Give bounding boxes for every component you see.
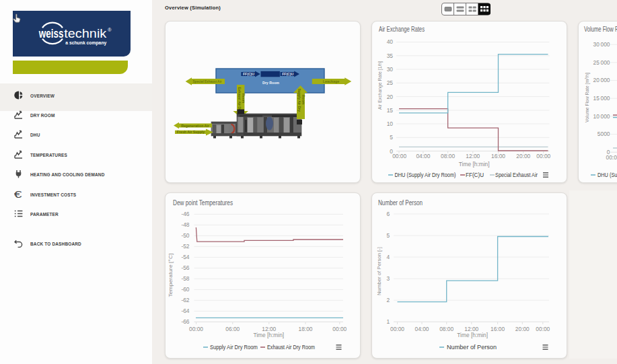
svg-text:DHU (Supply Air Dry Room): DHU (Supply Air Dry Room) <box>597 172 617 178</box>
svg-text:FF(C)U: FF(C)U <box>466 172 484 178</box>
svg-text:Number of Person: Number of Person <box>378 198 423 207</box>
svg-text:Exhaust Air Dry: Exhaust Air Dry <box>238 87 242 113</box>
svg-text:a schunk company: a schunk company <box>65 40 106 46</box>
svg-text:-64: -64 <box>181 307 189 314</box>
svg-text:Time [h:min]: Time [h:min] <box>459 161 490 168</box>
svg-text:10: 10 <box>387 120 394 127</box>
svg-text:Exhaust Air Dry Room: Exhaust Air Dry Room <box>267 344 315 351</box>
svg-text:FF(C)U: FF(C)U <box>243 72 254 76</box>
svg-text:Leackage: Leackage <box>323 79 340 83</box>
svg-text:-50: -50 <box>181 232 189 239</box>
svg-text:Volume Flow Rates: Volume Flow Rates <box>584 25 617 33</box>
svg-text:2: 2 <box>387 297 390 303</box>
svg-text:Special Exhaust Air: Special Exhaust Air <box>495 172 538 178</box>
svg-text:15 000: 15 000 <box>593 95 610 102</box>
svg-text:Regeneration Air: Regeneration Air <box>181 124 209 128</box>
svg-text:Volume Flow Rate [m³/h]: Volume Flow Rate [m³/h] <box>584 73 590 122</box>
svg-text:5: 5 <box>390 134 393 141</box>
svg-text:4: 4 <box>387 254 390 260</box>
svg-text:25: 25 <box>387 79 394 86</box>
svg-text:15: 15 <box>387 107 394 114</box>
svg-text:-48: -48 <box>181 221 189 228</box>
svg-text:06:00: 06:00 <box>225 326 240 332</box>
svg-text:Room: Room <box>301 95 305 105</box>
svg-text:20 000: 20 000 <box>593 77 610 83</box>
svg-text:€: € <box>14 190 22 198</box>
svg-text:Supply Air Dry: Supply Air Dry <box>297 89 301 112</box>
svg-text:-52: -52 <box>181 243 189 250</box>
svg-text:®: ® <box>108 27 112 33</box>
svg-text:Time [h:min]: Time [h:min] <box>457 332 488 338</box>
svg-text:00:00: 00:00 <box>606 154 617 161</box>
svg-text:-62: -62 <box>181 297 189 303</box>
svg-text:-66: -66 <box>181 318 189 325</box>
svg-text:Fresh Air Supply: Fresh Air Supply <box>177 130 205 134</box>
svg-text:Air Exchange Rate [1/h]: Air Exchange Rate [1/h] <box>377 61 383 110</box>
svg-text:Number of Person: Number of Person <box>447 344 497 351</box>
svg-text:-58: -58 <box>181 275 189 282</box>
svg-text:Air Exchange Rates: Air Exchange Rates <box>379 25 425 33</box>
svg-text:DHU (Supply Air Dry Room): DHU (Supply Air Dry Room) <box>395 172 456 178</box>
svg-text:-54: -54 <box>181 254 189 260</box>
svg-text:00:00: 00:00 <box>392 153 406 159</box>
svg-text:18:00: 18:00 <box>299 326 313 332</box>
svg-text:00:00: 00:00 <box>536 153 550 159</box>
svg-text:FF(C)U: FF(C)U <box>282 72 293 76</box>
svg-text:5: 5 <box>387 232 390 239</box>
svg-text:04:00: 04:00 <box>416 153 430 159</box>
svg-text:08:00: 08:00 <box>441 153 455 159</box>
svg-text:20: 20 <box>387 94 394 100</box>
svg-text:Supply Air Dry Room: Supply Air Dry Room <box>210 344 258 351</box>
svg-text:-56: -56 <box>181 264 189 271</box>
svg-text:20:00: 20:00 <box>516 153 530 159</box>
svg-text:00:00: 00:00 <box>390 326 404 332</box>
svg-text:Special Exhaust Air: Special Exhaust Air <box>193 79 223 83</box>
svg-text:12:00: 12:00 <box>466 153 480 159</box>
svg-text:20:00: 20:00 <box>515 326 530 332</box>
svg-text:16:00: 16:00 <box>491 326 505 332</box>
svg-text:10 000: 10 000 <box>593 113 610 120</box>
svg-text:08:00: 08:00 <box>439 326 453 332</box>
svg-text:Dry Room: Dry Room <box>262 80 279 85</box>
svg-text:16:00: 16:00 <box>491 153 505 159</box>
svg-text:35: 35 <box>387 52 394 59</box>
svg-text:weiss: weiss <box>38 27 64 40</box>
svg-text:00:00: 00:00 <box>536 326 550 332</box>
svg-text:Temperature [°C]: Temperature [°C] <box>168 254 174 297</box>
svg-text:-60: -60 <box>181 286 189 293</box>
svg-text:5000: 5000 <box>597 131 610 137</box>
svg-text:40: 40 <box>387 38 394 45</box>
svg-text:25 000: 25 000 <box>593 59 610 66</box>
svg-text:1: 1 <box>387 318 390 325</box>
svg-text:Dew point Temperatures: Dew point Temperatures <box>173 198 233 207</box>
svg-text:-46: -46 <box>181 211 189 217</box>
svg-text:Number of Person [-]: Number of Person [-] <box>376 247 382 295</box>
svg-text:Time [h:min]: Time [h:min] <box>253 332 284 338</box>
svg-text:30 000: 30 000 <box>593 41 610 48</box>
svg-text:30: 30 <box>387 66 394 73</box>
svg-text:3: 3 <box>387 275 390 282</box>
svg-text:Room: Room <box>242 94 246 104</box>
svg-text:00:00: 00:00 <box>189 326 203 332</box>
svg-text:technik: technik <box>64 27 107 40</box>
svg-text:6: 6 <box>387 211 390 217</box>
svg-text:00:00: 00:00 <box>332 326 347 332</box>
svg-text:04:00: 04:00 <box>415 326 429 332</box>
